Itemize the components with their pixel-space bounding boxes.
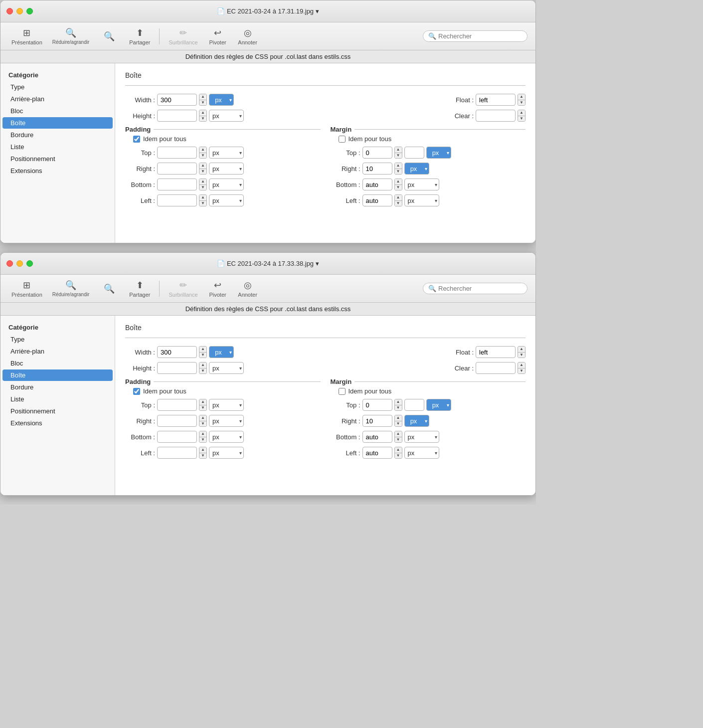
minimize-button-1[interactable] <box>16 8 23 14</box>
height-up-2[interactable]: ▲ <box>199 363 206 368</box>
sidebar-item-type-2[interactable]: Type <box>2 334 113 345</box>
sidebar-item-arriere-plan-2[interactable]: Arrière-plan <box>2 346 113 357</box>
padding-bottom-stepper-2[interactable]: ▲ ▼ <box>199 431 207 443</box>
padding-right-input-2[interactable] <box>157 415 197 427</box>
margin-right-unit-wrapper-2[interactable]: pxem% <box>404 415 429 427</box>
padding-top-input-2[interactable] <box>157 399 197 411</box>
height-stepper-1[interactable]: ▲ ▼ <box>199 110 207 122</box>
clear-input-1[interactable] <box>476 110 516 122</box>
share-button-2[interactable]: ⬆ Partager <box>126 278 153 300</box>
padding-left-stepper-2[interactable]: ▲ ▼ <box>199 447 207 459</box>
search-input-2[interactable] <box>438 285 522 292</box>
width-unit-wrapper-2[interactable]: pxem% <box>209 346 234 358</box>
height-unit-wrapper-1[interactable]: pxem% <box>209 110 244 122</box>
padding-left-stepper-1[interactable]: ▲ ▼ <box>199 194 207 206</box>
padding-bottom-stepper-1[interactable]: ▲ ▼ <box>199 179 207 190</box>
margin-top-unit-input-2[interactable] <box>404 399 424 411</box>
margin-top-unit-select-1[interactable]: pxem% <box>426 147 451 159</box>
margin-left-unit-wrapper-2[interactable]: pxem% <box>404 447 439 459</box>
width-unit-select-1[interactable]: pxem% <box>209 94 234 106</box>
padding-top-unit-wrapper-1[interactable]: pxem <box>209 147 244 159</box>
margin-left-input-2[interactable] <box>362 447 392 459</box>
width-down-2[interactable]: ▼ <box>199 353 206 358</box>
clear-input-2[interactable] <box>476 362 516 374</box>
margin-left-unit-select-2[interactable]: pxem% <box>404 447 439 459</box>
search-box-2[interactable]: 🔍 <box>423 283 527 294</box>
margin-bottom-unit-select-1[interactable]: pxem% <box>404 179 439 190</box>
sidebar-item-arriere-plan-1[interactable]: Arrière-plan <box>2 93 113 105</box>
padding-left-input-1[interactable] <box>157 194 197 206</box>
search-input-1[interactable] <box>438 32 522 40</box>
margin-bottom-input-2[interactable] <box>362 431 392 443</box>
padding-bottom-unit-2[interactable]: pxem <box>209 431 244 443</box>
padding-bottom-unit-wrapper-2[interactable]: pxem <box>209 431 244 443</box>
title-dropdown-icon[interactable]: ▾ <box>316 7 319 15</box>
float-up-2[interactable]: ▲ <box>518 347 525 353</box>
surbrillance-button-2[interactable]: ✏ Surbrillance <box>166 278 200 300</box>
clear-up-2[interactable]: ▲ <box>518 363 525 368</box>
margin-right-stepper-2[interactable]: ▲ ▼ <box>394 415 402 427</box>
margin-idem-checkbox-1[interactable] <box>339 136 346 143</box>
padding-bottom-input-1[interactable] <box>157 179 197 190</box>
margin-left-unit-wrapper-1[interactable]: pxem% <box>404 194 439 206</box>
margin-top-stepper-2[interactable]: ▲ ▼ <box>394 399 402 411</box>
height-down-1[interactable]: ▼ <box>199 116 206 122</box>
maximize-button-2[interactable] <box>26 260 33 267</box>
padding-right-unit-2[interactable]: pxem <box>209 415 244 427</box>
presentation-button-2[interactable]: ⊞ Présentation <box>8 278 45 300</box>
sidebar-item-bloc-2[interactable]: Bloc <box>2 358 113 369</box>
margin-right-input-1[interactable] <box>362 163 392 175</box>
sidebar-item-positionnement-1[interactable]: Positionnement <box>2 153 113 165</box>
clear-stepper-1[interactable]: ▲ ▼ <box>518 110 526 122</box>
height-unit-select-2[interactable]: pxem% <box>209 362 244 374</box>
padding-right-unit-wrapper-2[interactable]: pxem <box>209 415 244 427</box>
padding-left-input-2[interactable] <box>157 447 197 459</box>
width-unit-wrapper-1[interactable]: pxem% <box>209 94 234 106</box>
width-up-1[interactable]: ▲ <box>199 94 206 100</box>
sidebar-item-bloc-1[interactable]: Bloc <box>2 105 113 117</box>
sidebar-item-boite-2[interactable]: Boîte <box>2 369 113 381</box>
padding-right-unit-wrapper-1[interactable]: pxem <box>209 163 244 175</box>
padding-left-unit-2[interactable]: pxem <box>209 447 244 459</box>
float-stepper-2[interactable]: ▲ ▼ <box>518 346 526 358</box>
padding-right-unit-1[interactable]: pxem <box>209 163 244 175</box>
clear-up-1[interactable]: ▲ <box>518 110 525 116</box>
width-input-2[interactable] <box>157 346 197 358</box>
height-input-2[interactable] <box>157 362 197 374</box>
margin-right-input-2[interactable] <box>362 415 392 427</box>
sidebar-item-liste-2[interactable]: Liste <box>2 393 113 405</box>
presentation-button-1[interactable]: ⊞ Présentation <box>8 25 45 47</box>
padding-top-input-1[interactable] <box>157 147 197 159</box>
margin-top-unit-input-1[interactable] <box>404 147 424 159</box>
width-input-1[interactable] <box>157 94 197 106</box>
float-input-1[interactable] <box>476 94 516 106</box>
padding-right-input-1[interactable] <box>157 163 197 175</box>
title-dropdown-icon-2[interactable]: ▾ <box>316 260 319 267</box>
padding-left-unit-1[interactable]: pxem <box>209 194 244 206</box>
height-unit-wrapper-2[interactable]: pxem% <box>209 362 244 374</box>
search-box-1[interactable]: 🔍 <box>423 30 527 42</box>
height-stepper-2[interactable]: ▲ ▼ <box>199 362 207 374</box>
width-up-2[interactable]: ▲ <box>199 347 206 353</box>
sidebar-item-liste-1[interactable]: Liste <box>2 141 113 153</box>
margin-bottom-stepper-1[interactable]: ▲ ▼ <box>394 179 402 190</box>
width-stepper-2[interactable]: ▲ ▼ <box>199 346 207 358</box>
margin-right-unit-wrapper-1[interactable]: pxem% <box>404 163 429 175</box>
close-button-1[interactable] <box>6 8 13 14</box>
margin-top-input-1[interactable] <box>362 147 392 159</box>
pivoter-button-1[interactable]: ↩ Pivoter <box>205 25 231 47</box>
margin-bottom-unit-select-2[interactable]: pxem% <box>404 431 439 443</box>
height-input-1[interactable] <box>157 110 197 122</box>
margin-left-unit-select-1[interactable]: pxem% <box>404 194 439 206</box>
height-down-2[interactable]: ▼ <box>199 368 206 374</box>
minimize-button-2[interactable] <box>16 260 23 267</box>
float-up-1[interactable]: ▲ <box>518 94 525 100</box>
clear-stepper-2[interactable]: ▲ ▼ <box>518 362 526 374</box>
clear-down-2[interactable]: ▼ <box>518 368 525 374</box>
surbrillance-button-1[interactable]: ✏ Surbrillance <box>166 25 200 47</box>
width-stepper-1[interactable]: ▲ ▼ <box>199 94 207 106</box>
margin-top-input-2[interactable] <box>362 399 392 411</box>
padding-bottom-unit-wrapper-1[interactable]: pxem <box>209 179 244 190</box>
zoom-out-button-2[interactable]: 🔍 Réduire/agrandir <box>49 278 93 300</box>
maximize-button-1[interactable] <box>26 8 33 14</box>
